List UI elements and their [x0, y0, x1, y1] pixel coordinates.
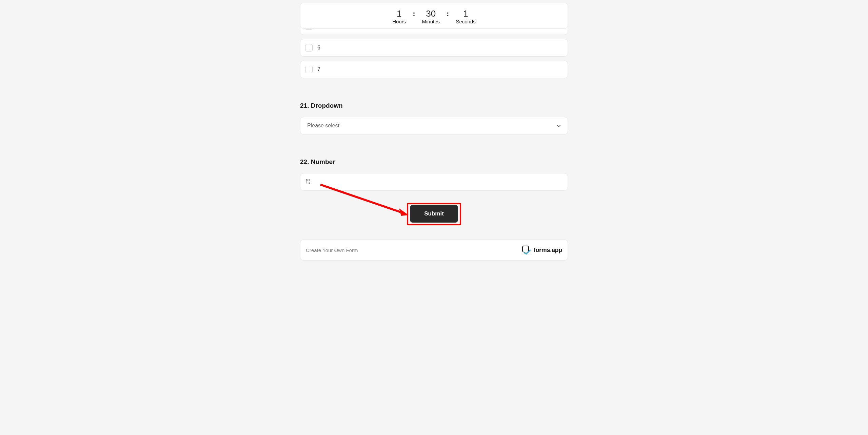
- brand-logo[interactable]: forms.app: [521, 245, 562, 255]
- brand-text: forms.app: [534, 247, 562, 254]
- create-form-link[interactable]: Create Your Own Form: [306, 247, 358, 253]
- svg-marker-3: [399, 208, 409, 216]
- timer-bar: 1 Hours : 30 Minutes : 1 Seconds: [300, 3, 568, 29]
- timer-hours-label: Hours: [392, 19, 406, 24]
- option-label: 7: [317, 66, 320, 72]
- number-input[interactable]: 9 1: [300, 173, 568, 191]
- dropdown-select[interactable]: Please select: [300, 117, 568, 134]
- timer-seconds-label: Seconds: [456, 19, 475, 24]
- svg-text:1: 1: [309, 182, 310, 184]
- timer-seconds-value: 1: [456, 9, 475, 18]
- footer-card: Create Your Own Form forms.app: [300, 240, 568, 261]
- option-label: 6: [317, 45, 320, 51]
- checkbox[interactable]: [305, 44, 313, 51]
- checkbox[interactable]: [305, 66, 313, 73]
- timer-minutes-label: Minutes: [422, 19, 440, 24]
- chevron-down-icon: [557, 123, 561, 129]
- dropdown-placeholder: Please select: [307, 123, 339, 129]
- submit-button[interactable]: Submit: [410, 205, 458, 223]
- option-row[interactable]: 7: [300, 61, 568, 78]
- timer-hours-value: 1: [392, 9, 406, 18]
- timer-colon: :: [413, 9, 415, 18]
- timer-seconds: 1 Seconds: [456, 9, 475, 24]
- svg-text:9: 9: [309, 179, 310, 181]
- submit-wrapper: Submit: [300, 205, 568, 223]
- timer-minutes: 30 Minutes: [422, 9, 440, 24]
- svg-rect-4: [522, 246, 529, 252]
- forms-app-icon: [521, 245, 532, 255]
- timer-hours: 1 Hours: [392, 9, 406, 24]
- sort-numeric-icon: 9 1: [305, 178, 311, 186]
- timer-minutes-value: 30: [422, 9, 440, 18]
- question-title-number: 22. Number: [300, 158, 568, 166]
- timer-colon: :: [447, 9, 449, 18]
- option-row[interactable]: 6: [300, 39, 568, 57]
- question-title-dropdown: 21. Dropdown: [300, 102, 568, 109]
